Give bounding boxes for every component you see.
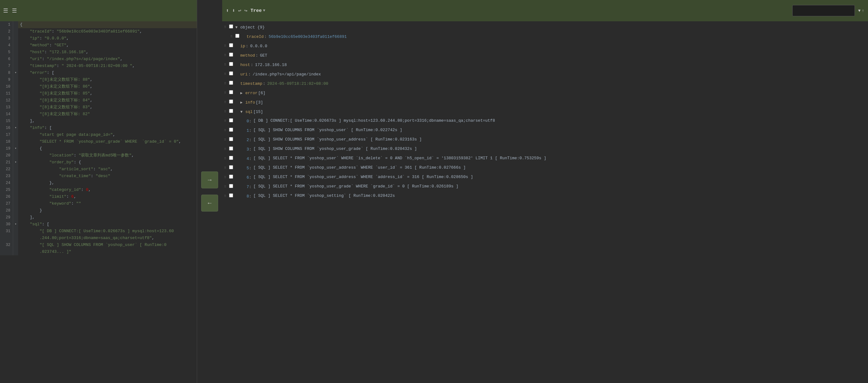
drag-handle[interactable]: ⠿ [222, 89, 228, 97]
redo-icon[interactable]: ↪ [244, 7, 248, 14]
code-editor[interactable]: 1 { 2 "traceId": "56b9e10cc65e003e3403fa… [0, 21, 197, 383]
tree-value: [ SQL ] SELECT * FROM `yoshop_user_grade… [253, 183, 458, 190]
line-content: "[8]未定义数组下标: 86", [18, 83, 197, 90]
tree-checkbox[interactable] [228, 42, 234, 47]
tree-node-content: method : GET [234, 51, 868, 59]
expand-icon[interactable]: ▼ [240, 108, 244, 116]
hamburger-icon-1[interactable]: ☰ [3, 7, 8, 14]
tree-node-sql-0: ⠿ 0 : [ DB ] CONNECT:[ UseTime:0.026673s… [222, 117, 868, 126]
line-gutter [13, 49, 18, 56]
line-content: ], [18, 214, 197, 221]
undo-icon[interactable]: ↩ [238, 7, 241, 14]
tree-checkbox[interactable] [228, 79, 234, 85]
tree-node-sql-6: ⠿ 6 : [ SQL ] SELECT * FROM `yoshop_user… [222, 173, 868, 182]
tree-dropdown-arrow[interactable]: ▼ [263, 8, 265, 13]
search-option-icon[interactable]: ↑ [862, 8, 864, 13]
expand-icon[interactable]: ▼ [235, 24, 239, 31]
tree-checkbox[interactable] [228, 70, 234, 75]
tree-checkbox[interactable] [228, 126, 234, 132]
tree-root-row: ⠿ ▼ object {9} [222, 23, 868, 32]
line-gutter[interactable]: ▾ [13, 125, 18, 131]
forward-arrow-button[interactable]: → [201, 171, 218, 188]
expand-icon[interactable]: ▶ [240, 99, 244, 106]
tree-view[interactable]: ⠿ ▼ object {9} ⠿ traceId : 56b9e10cc65e0… [222, 21, 868, 383]
tree-value: 172.18.166.18 [255, 61, 287, 69]
code-line: 2 "traceId": "56b9e10cc65e003e3403fa011e… [0, 28, 197, 35]
tree-colon: : [249, 165, 252, 172]
tree-checkbox[interactable] [228, 155, 234, 160]
drag-handle[interactable]: ⠿ [222, 98, 228, 106]
line-content: "start get page data:page_id=", [18, 131, 197, 138]
drag-handle[interactable]: ⠿ [222, 79, 228, 88]
line-num: 6 [0, 56, 13, 63]
tree-key: method [240, 52, 255, 59]
tree-checkbox[interactable] [228, 145, 234, 151]
drag-handle[interactable]: ⠿ [222, 183, 228, 191]
line-num: 27 [0, 200, 13, 207]
tree-checkbox[interactable] [228, 108, 234, 113]
search-input[interactable] [792, 5, 855, 16]
code-line: 12 "[8]未定义数组下标: 84", [0, 97, 197, 104]
line-content: "traceId": "56b9e10cc65e003e3403fa011ef6… [18, 28, 197, 35]
tree-checkbox[interactable] [228, 89, 234, 94]
tree-checkbox[interactable] [228, 192, 234, 197]
line-content: "keyword": "" [18, 200, 197, 207]
tree-checkbox[interactable] [228, 173, 234, 179]
tree-checkbox[interactable] [228, 98, 234, 103]
line-gutter [13, 249, 18, 255]
code-line: .244.80;port=3316;dbname=saas_qa;charset… [0, 235, 197, 242]
line-gutter[interactable]: ▾ [13, 221, 18, 228]
drag-handle[interactable]: ⠿ [222, 117, 228, 125]
line-content: "info": [ [18, 125, 197, 131]
code-line: 20 "location": "获取文章列表md5唯一参数", [0, 152, 197, 159]
tree-node-timestamp: ⠿ timestamp : 2024-05-09T18:21:02+08:00 [222, 79, 868, 88]
code-line: 7 "timestamp": " 2024-05-09T18:21:02+08:… [0, 63, 197, 69]
tree-checkbox[interactable] [228, 183, 234, 188]
tree-view-label[interactable]: Tree ▼ [251, 8, 265, 13]
drag-handle[interactable]: ⠿ [222, 23, 228, 31]
tree-checkbox[interactable] [228, 117, 234, 122]
drag-handle[interactable]: ⠿ [222, 42, 228, 50]
search-dropdown-arrow[interactable]: ▼ [858, 8, 861, 13]
search-options-dropdown[interactable]: ▼ ↑ [858, 8, 864, 13]
line-gutter [13, 242, 18, 249]
drag-handle[interactable]: ⠿ [222, 155, 228, 163]
expand-icon[interactable]: ▶ [240, 90, 244, 97]
line-gutter [13, 235, 18, 242]
tree-checkbox[interactable] [228, 164, 234, 169]
line-num: 5 [0, 49, 13, 56]
line-num: 21 [0, 159, 13, 166]
drag-handle[interactable]: ⠿ [222, 145, 228, 153]
drag-handle[interactable]: ⠿ [222, 136, 228, 144]
line-num: 11 [0, 90, 13, 97]
line-gutter[interactable]: ▾ [13, 145, 18, 152]
tree-index: 2 [247, 136, 249, 144]
drag-handle[interactable]: ⠿ [222, 70, 228, 78]
drag-handle[interactable]: ⠿ [228, 33, 234, 41]
back-arrow-button[interactable]: ← [201, 195, 218, 212]
tree-node-method: ⠿ method : GET [222, 51, 868, 60]
drag-handle[interactable]: ⠿ [222, 173, 228, 182]
line-gutter[interactable]: ▾ [13, 159, 18, 166]
tree-checkbox[interactable] [228, 51, 234, 57]
tree-checkbox[interactable] [228, 136, 234, 141]
move-down-icon[interactable]: ⬇ [232, 7, 235, 14]
line-gutter[interactable]: ▾ [13, 69, 18, 76]
drag-handle[interactable]: ⠿ [222, 61, 228, 69]
line-num: 16 [0, 125, 13, 131]
hamburger-icon-2[interactable]: ☰ [12, 7, 17, 14]
tree-checkbox[interactable] [234, 33, 240, 38]
left-panel: ☰ ☰ 1 { 2 "traceId": "56b9e10cc65e003e34… [0, 0, 197, 383]
tree-checkbox[interactable] [228, 61, 234, 66]
tree-checkbox[interactable] [228, 23, 234, 29]
move-up-icon[interactable]: ⬆ [226, 7, 229, 14]
line-content: "error": [ [18, 69, 197, 76]
tree-node-content: ▶ error [6] [234, 89, 868, 97]
drag-handle[interactable]: ⠿ [222, 108, 228, 116]
drag-handle[interactable]: ⠿ [222, 164, 228, 172]
drag-handle[interactable]: ⠿ [222, 51, 228, 59]
line-gutter [13, 28, 18, 35]
drag-handle[interactable]: ⠿ [222, 126, 228, 134]
drag-handle[interactable]: ⠿ [222, 192, 228, 200]
line-num: 19 [0, 145, 13, 152]
